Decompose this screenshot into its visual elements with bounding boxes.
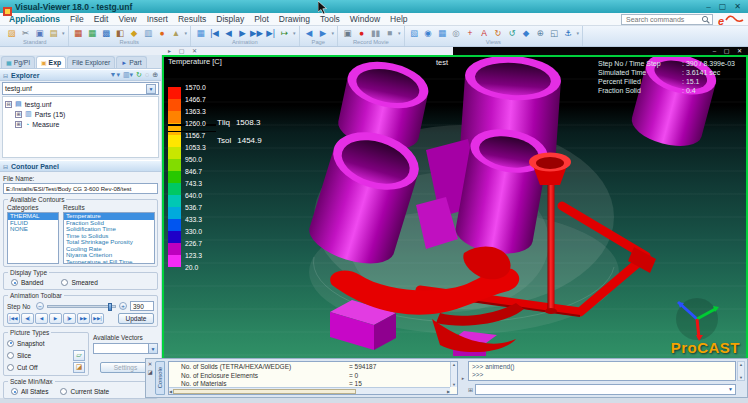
pause-icon[interactable]: ▮▮	[369, 27, 382, 39]
close-console-icon[interactable]: ✕	[148, 361, 153, 367]
prev-anim-button[interactable]: ◀|	[21, 313, 34, 324]
prompt-expander-icon[interactable]: ▸	[458, 359, 468, 397]
vectors-combo[interactable]: ▼	[93, 343, 158, 354]
fast-forward-icon[interactable]: ▶▶	[250, 27, 263, 39]
pan-icon[interactable]: ◆	[520, 27, 533, 39]
step-decrement-button[interactable]: −	[36, 302, 44, 310]
search-input[interactable]	[624, 15, 701, 24]
tree-node-parts-15[interactable]: ⊞▥Parts (15)	[5, 109, 156, 119]
fast-forward-button[interactable]: ▶▶	[77, 313, 90, 324]
lasso-icon[interactable]: ◌	[145, 70, 149, 80]
step-slider-thumb[interactable]	[108, 303, 112, 311]
tree-expander-icon[interactable]: ⊞	[15, 111, 22, 118]
record-icon[interactable]: ●	[355, 27, 368, 39]
prev-frame-icon[interactable]: ◀	[222, 27, 235, 39]
categories-list[interactable]: THERMALFLUIDNONE	[7, 212, 59, 264]
menu-results[interactable]: Results	[173, 14, 211, 24]
category-none[interactable]: NONE	[8, 226, 58, 233]
section-icon[interactable]: ◧	[114, 27, 127, 39]
vectors-dropdown-icon[interactable]: ▼	[148, 344, 157, 353]
contour-icon[interactable]: ▦	[86, 27, 99, 39]
refresh-icon[interactable]: ↻	[136, 70, 142, 80]
shade-icon[interactable]: ◎	[450, 27, 463, 39]
rotate-icon[interactable]: ↻	[492, 27, 505, 39]
radio-slice[interactable]: Slice	[7, 352, 31, 359]
open-icon[interactable]: ▨	[5, 27, 18, 39]
step-slider[interactable]	[47, 305, 116, 308]
menu-insert[interactable]: Insert	[142, 14, 173, 24]
prev-page-icon[interactable]: ◀	[303, 27, 316, 39]
menu-drawing[interactable]: Drawing	[274, 14, 315, 24]
first-frame-icon[interactable]: |◀	[208, 27, 221, 39]
tree-node-testg-unf[interactable]: ⊟▤testg.unf	[5, 99, 156, 109]
anchor-icon[interactable]: ⚓	[562, 27, 575, 39]
play-icon[interactable]: ▶	[236, 27, 249, 39]
radio-snapshot[interactable]: Snapshot	[7, 340, 44, 347]
tree-node-measure[interactable]: ⊞◔Measure	[5, 119, 156, 129]
menu-help[interactable]: Help	[385, 14, 412, 24]
film-icon[interactable]: ▦	[194, 27, 207, 39]
viewport-3d[interactable]: Temperature [C] test Tliq1508.3 Tsol1454…	[162, 55, 748, 360]
zoom-icon[interactable]: ⊕	[534, 27, 547, 39]
console-tab[interactable]: Console	[155, 361, 165, 395]
play-button[interactable]: ▶	[49, 313, 62, 324]
stop-icon[interactable]: ■	[383, 27, 396, 39]
menu-edit[interactable]: Edit	[89, 14, 114, 24]
radio-current-state[interactable]: Current State	[60, 388, 109, 395]
command-dropdown-icon[interactable]: ▼	[728, 386, 735, 392]
messages-vscrollbar[interactable]: ▲▼	[450, 362, 457, 387]
expand-all-icon[interactable]: ⊕	[152, 70, 158, 80]
toolbar-overflow-icon[interactable]: ▾	[62, 30, 65, 36]
next-page-icon[interactable]: ▶	[317, 27, 330, 39]
radio-banded[interactable]: Banded	[11, 279, 43, 286]
sphere-view-icon[interactable]: ◉	[422, 27, 435, 39]
toolbar-overflow-icon[interactable]: ▾	[185, 30, 188, 36]
menu-tools[interactable]: Tools	[315, 14, 345, 24]
annotate-icon[interactable]: A	[478, 27, 491, 39]
cube-view-icon[interactable]: ▦	[436, 27, 449, 39]
toolbar-overflow-icon[interactable]: ▾	[293, 30, 296, 36]
layout-icon[interactable]: ▥▾	[123, 70, 133, 80]
plot-type-icon[interactable]: ▦	[72, 27, 85, 39]
view-manager-icon[interactable]: ▧	[408, 27, 421, 39]
paste-icon[interactable]: ▤	[47, 27, 60, 39]
tab-file-explorer[interactable]: File Explorer	[67, 56, 115, 68]
tree-expander-icon[interactable]: ⊞	[15, 121, 22, 128]
cutoff-icon[interactable]: ◪	[73, 362, 85, 373]
pin-console-icon[interactable]: ◪	[147, 369, 152, 375]
command-menu-icon[interactable]: ⊞	[468, 386, 473, 393]
menu-plot[interactable]: Plot	[249, 14, 274, 24]
model-file-combo[interactable]: testg.unf ▼	[2, 82, 159, 95]
radio-smeared[interactable]: Smeared	[61, 279, 97, 286]
model-canvas[interactable]	[164, 57, 746, 358]
derived-result-icon[interactable]: ▲	[170, 27, 183, 39]
settings-button[interactable]: Settings	[100, 362, 152, 373]
vector-plot-icon[interactable]: ◆	[128, 27, 141, 39]
command-input[interactable]: ▼	[475, 384, 736, 395]
history-scrollbar[interactable]: ▲▼	[737, 361, 745, 381]
fit-icon[interactable]: ◱	[548, 27, 561, 39]
cut-icon[interactable]: ✂	[19, 27, 32, 39]
hot-spot-icon[interactable]: ●	[156, 27, 169, 39]
camera-icon[interactable]: ▣	[341, 27, 354, 39]
toolbar-overflow-icon[interactable]: ▾	[398, 30, 401, 36]
collapse-icon[interactable]: ⊟	[3, 163, 8, 170]
first-step-button[interactable]: |◀◀	[7, 313, 20, 324]
result-temperature-at-fill-time[interactable]: Temperature at Fill Time	[64, 259, 154, 265]
report-icon[interactable]: ▥	[142, 27, 155, 39]
combo-dropdown-icon[interactable]: ▼	[146, 84, 156, 94]
tab-pg-pl[interactable]: ▦Pg/Pl	[1, 56, 35, 68]
messages-hscrollbar[interactable]: ◀▶	[169, 387, 450, 394]
minimize-button[interactable]: –	[706, 1, 710, 12]
axes-icon[interactable]: +	[464, 27, 477, 39]
step-value-input[interactable]: 390	[130, 301, 154, 311]
tab-part[interactable]: ►Part	[116, 56, 146, 68]
tree-expander-icon[interactable]: ⊟	[5, 101, 12, 108]
last-frame-icon[interactable]: ▶|	[264, 27, 277, 39]
menu-window[interactable]: Window	[345, 14, 385, 24]
spin-icon[interactable]: ↺	[506, 27, 519, 39]
toolbar-overflow-icon[interactable]: ▾	[332, 30, 335, 36]
filter-icon[interactable]: ▼▾	[109, 70, 119, 80]
search-icon[interactable]	[701, 15, 710, 24]
last-step-button[interactable]: ▶▶|	[91, 313, 104, 324]
